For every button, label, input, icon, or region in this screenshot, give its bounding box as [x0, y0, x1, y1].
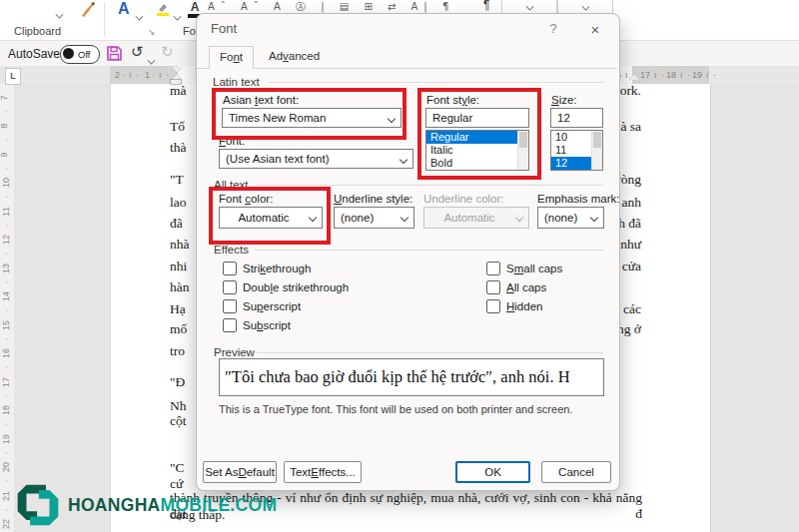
text-effects-icon[interactable]: A [118, 0, 130, 18]
size-edit[interactable]: 12 [550, 108, 603, 128]
underline-color-value: Automatic [443, 212, 494, 224]
checkbox-subscript[interactable]: Subscript [223, 318, 291, 332]
clipboard-group-label: Clipboard [14, 25, 61, 37]
document-text-fragment: "Đ [170, 374, 185, 389]
list-item[interactable]: Bold [426, 157, 528, 170]
chevron-down-icon [400, 214, 408, 222]
autosave-label: AutoSave [8, 47, 60, 61]
size-list[interactable]: 10 11 12 [550, 130, 603, 171]
ruler-tick: · [1, 423, 11, 426]
font-color-value: Automatic [238, 212, 289, 224]
font-combo[interactable]: (Use Asian text font) [219, 149, 413, 169]
emphasis-mark-combo[interactable]: (none) [537, 207, 604, 229]
right-indent-marker[interactable] [629, 74, 639, 80]
ruler-tick: · [1, 168, 11, 171]
ruler-tick: · [687, 70, 690, 80]
clipboard-dialog-launcher-icon[interactable]: ↘ [148, 27, 156, 37]
underline-style-combo[interactable]: (none) [334, 207, 414, 229]
close-icon[interactable]: × [586, 21, 604, 38]
ruler-tick: · [1, 139, 11, 142]
checkbox-icon[interactable] [486, 262, 500, 275]
checkbox-icon[interactable] [486, 280, 500, 294]
list-item[interactable]: Italic [426, 144, 528, 157]
checkbox-icon[interactable] [223, 299, 237, 313]
highlight-color-icon[interactable] [156, 2, 170, 16]
set-as-default-button[interactable]: Set As Default [203, 461, 277, 483]
document-text-fragment: Nh [170, 398, 187, 413]
ruler-tick: · [1, 281, 11, 284]
chevron-down-icon [590, 214, 598, 222]
save-icon[interactable] [106, 45, 123, 66]
text-effects-button[interactable]: Text Effects... [284, 461, 362, 483]
tab-advanced[interactable]: Advanced [259, 46, 330, 67]
list-item[interactable]: Regular [426, 131, 528, 144]
document-text-fragment: "T [170, 172, 184, 187]
ribbon-divider [104, 2, 105, 36]
pilcrow-icon[interactable]: ¶ [483, 0, 489, 12]
cancel-button[interactable]: Cancel [541, 461, 611, 483]
checkbox-icon[interactable] [223, 318, 237, 332]
paste-dropdown-chevron-icon[interactable] [56, 4, 63, 22]
redo-icon[interactable]: ↻ [161, 44, 174, 60]
tab-font[interactable]: Font [209, 46, 254, 69]
vertical-ruler[interactable]: 7·8·9·10·11·12·13·14·15·16·17·18·19·20·2… [0, 84, 14, 532]
autosave-toggle[interactable]: Off [60, 45, 100, 64]
ruler-number: 15 [1, 320, 11, 330]
font-style-list[interactable]: Regular Italic Bold [425, 130, 529, 171]
checkbox-icon[interactable] [223, 280, 237, 294]
truetype-note: This is a TrueType font. This font will … [219, 403, 572, 415]
style-gallery-cell[interactable] [557, 0, 613, 14]
checkbox-hidden[interactable]: Hidden [486, 299, 542, 313]
ruler-tick: · [713, 70, 716, 80]
checkbox-label: Subscript [243, 319, 291, 331]
ruler-number: 13 [1, 264, 11, 273]
checkbox-double-strikethrough[interactable]: Double strikethrough [223, 280, 349, 294]
highlight-chevron-icon[interactable] [174, 6, 181, 24]
ruler-number: 12 [1, 235, 11, 245]
document-text-fragment: h đã [618, 216, 641, 231]
ruler-tick: · [1, 509, 11, 512]
help-icon[interactable]: ? [544, 21, 562, 36]
scrollbar[interactable] [517, 131, 528, 170]
preview-text: ″Tôi chưa bao giờ đuổi kịp thế hệ trước″… [220, 367, 570, 387]
checkbox-small-caps[interactable]: Small caps [486, 262, 562, 275]
ruler-number: 8 [0, 123, 9, 128]
ruler-number: 11 [1, 207, 11, 216]
checkbox-icon[interactable] [223, 262, 237, 275]
ok-button[interactable]: OK [455, 461, 530, 483]
checkbox-superscript[interactable]: Superscript [223, 299, 301, 313]
style-gallery-cell[interactable] [501, 0, 557, 14]
document-text-fragment: nhà [170, 237, 190, 252]
font-label: Font: [219, 135, 245, 147]
checkbox-strikethrough[interactable]: Strikethrough [223, 262, 311, 275]
font-style-edit[interactable]: Regular [425, 108, 529, 128]
document-text-fragment: tro [170, 343, 185, 358]
scrollbar[interactable] [591, 131, 602, 170]
asian-text-font-label: Asian text font: [223, 94, 299, 106]
ruler-tick: · [1, 196, 11, 199]
document-text-fragment: mà [170, 83, 187, 98]
document-text-fragment: hàn [170, 279, 190, 294]
format-painter-icon[interactable] [78, 1, 96, 22]
ruler-tick: ı [159, 70, 162, 80]
text-effects-chevron-icon[interactable] [136, 6, 143, 24]
watermark-text: HOANGHAMOBILE.COM [68, 495, 277, 516]
font-color-combo[interactable]: Automatic [219, 207, 323, 229]
group-label-effects: Effects [214, 244, 249, 256]
first-line-indent-marker[interactable] [172, 67, 182, 73]
document-text-fragment: như [620, 237, 641, 252]
checkbox-icon[interactable] [486, 299, 500, 313]
checkbox-all-caps[interactable]: All caps [486, 280, 546, 294]
undo-icon[interactable]: ↺ [131, 44, 144, 60]
asian-text-font-combo[interactable]: Times New Roman [222, 108, 401, 128]
document-text-fragment: à sa [620, 119, 641, 134]
ruler-tick: · [166, 70, 169, 80]
tab-stop-selector[interactable]: L [5, 68, 21, 85]
chevron-down-icon [388, 115, 396, 123]
font-group-label: Fon [183, 25, 196, 37]
ruler-number: 7 [0, 95, 9, 100]
ruler-number: 10 [1, 178, 11, 188]
ruler-tick: · [1, 452, 11, 455]
document-text-fragment: cửa [622, 259, 641, 273]
left-indent-marker[interactable] [171, 80, 181, 84]
